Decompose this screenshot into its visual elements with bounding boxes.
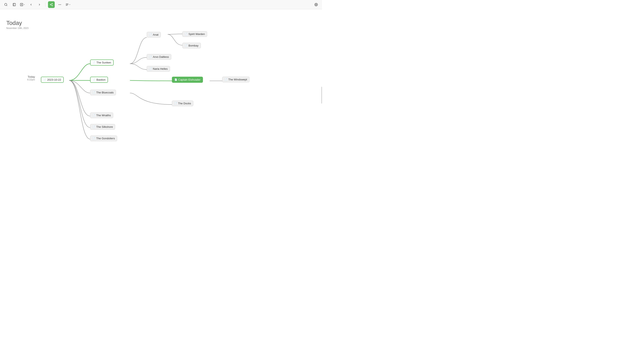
separator: [45, 2, 46, 7]
node-sunken-label: The Sunken: [96, 61, 111, 64]
node-bastion[interactable]: 📄 Bastion: [90, 77, 108, 83]
node-naria-label: Naria Helles: [153, 67, 168, 70]
doc-icon-bastion: 📄: [93, 78, 96, 81]
node-arvo-label: Arvo Daltless: [153, 55, 169, 58]
node-windswept-label: The Windswept: [228, 78, 247, 81]
connections-svg: [0, 9, 322, 181]
doc-icon-naria: 📄: [149, 67, 152, 70]
node-bombay[interactable]: 📄 Bombay: [182, 43, 201, 48]
node-windswept[interactable]: 📄 The Windswept: [222, 77, 250, 82]
svg-point-0: [4, 3, 7, 6]
date-today-label: Today: [6, 20, 28, 26]
dots-button[interactable]: [56, 1, 63, 8]
doc-icon-wraiths: 📄: [92, 114, 96, 117]
doc-icon-gondoliers: 📄: [92, 137, 96, 140]
doc-icon-spirit: 📄: [185, 33, 188, 35]
back-button[interactable]: [28, 1, 34, 8]
node-bastion-label: Bastion: [96, 78, 106, 81]
node-bluecoats[interactable]: 📄 The Bluecoats: [90, 90, 116, 95]
date-sidebar: Today November 19th, 2023: [6, 20, 28, 29]
new-button[interactable]: [19, 1, 26, 8]
node-root[interactable]: 📄 2023-10-22: [41, 77, 64, 83]
timeline-entry: Today 6:22pm: [27, 75, 35, 81]
svg-line-10: [51, 5, 52, 5]
node-wraiths[interactable]: 📄 The Wraiths: [90, 112, 113, 118]
doc-icon-bluecoats: 📄: [92, 91, 96, 94]
toolbar: [0, 0, 322, 9]
doc-icon-silkshore: 📄: [92, 125, 96, 128]
svg-point-12: [58, 4, 59, 5]
node-bombay-label: Bombay: [188, 44, 198, 47]
date-full-label: November 19th, 2023: [6, 27, 28, 29]
forward-button[interactable]: [36, 1, 43, 8]
doc-icon-windswept: 📄: [224, 78, 228, 81]
search-button[interactable]: [2, 1, 9, 8]
node-gondoliers-label: The Gondoliers: [96, 137, 115, 140]
svg-point-7: [52, 3, 52, 4]
node-naria[interactable]: 📄 Naria Helles: [147, 66, 170, 72]
node-anat[interactable]: 📄 Anat: [147, 32, 161, 37]
node-captain-label: Captain Elshvader: [178, 78, 200, 81]
node-silkshore[interactable]: 📄 The Silkshore: [90, 124, 115, 130]
svg-point-18: [316, 4, 316, 5]
doc-icon-arvo: 📄: [149, 55, 152, 58]
share-button[interactable]: [48, 1, 55, 8]
node-gondoliers[interactable]: 📄 The Gondoliers: [90, 136, 117, 141]
node-anat-label: Anat: [153, 33, 158, 36]
node-spirit-label: Spirit Warden: [188, 32, 205, 36]
settings-button[interactable]: [313, 1, 320, 8]
node-docks[interactable]: 📄 The Docks: [172, 100, 193, 106]
svg-rect-2: [13, 3, 16, 6]
node-captain[interactable]: 📄 Captain Elshvader: [172, 77, 203, 83]
svg-point-9: [52, 5, 52, 6]
canvas[interactable]: Today November 19th, 2023 T: [0, 9, 322, 181]
svg-point-13: [60, 4, 60, 5]
doc-icon-docks: 📄: [174, 102, 177, 105]
doc-icon: 📄: [44, 78, 46, 81]
timeline-day: Today: [27, 75, 35, 78]
doc-icon-captain: 📄: [174, 78, 177, 81]
node-root-label: 2023-10-22: [47, 78, 61, 81]
svg-point-14: [60, 4, 61, 5]
sidebar-button[interactable]: [11, 1, 18, 8]
node-sunken[interactable]: 📄 The Sunken: [90, 59, 114, 65]
node-bluecoats-label: The Bluecoats: [96, 91, 114, 94]
node-arvo[interactable]: 📄 Arvo Daltless: [147, 54, 171, 60]
scroll-indicator: [321, 87, 322, 103]
svg-point-8: [50, 4, 51, 5]
svg-line-1: [6, 5, 7, 6]
node-docks-label: The Docks: [178, 102, 191, 105]
svg-line-11: [51, 4, 52, 4]
node-wraiths-label: The Wraiths: [96, 114, 111, 117]
node-spirit-warden[interactable]: 📄 Spirit Warden: [182, 31, 207, 37]
node-silkshore-label: The Silkshore: [96, 125, 113, 128]
doc-icon-anat: 📄: [149, 33, 152, 36]
timeline-time: 6:22pm: [27, 78, 35, 81]
doc-icon-bombay: 📄: [185, 44, 188, 47]
format-button[interactable]: [65, 1, 72, 8]
doc-icon-sunken: 📄: [93, 61, 96, 64]
